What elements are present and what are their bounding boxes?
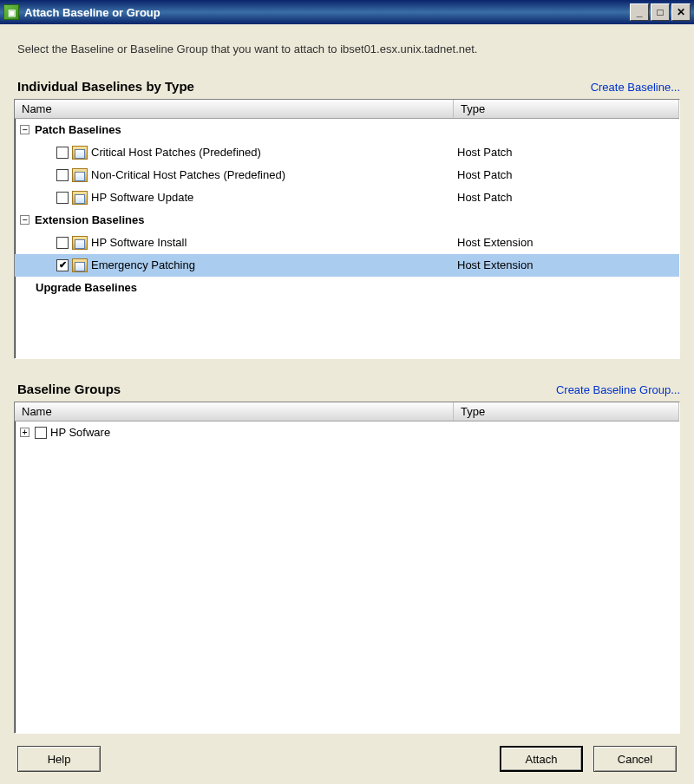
baseline-icon xyxy=(72,191,88,205)
title-bar[interactable]: ▣ Attach Baseline or Group _ □ ✕ xyxy=(0,0,694,24)
checkbox[interactable] xyxy=(35,427,47,439)
baseline-icon xyxy=(72,258,88,272)
button-bar: Help Attach Cancel xyxy=(14,746,680,772)
window-controls: _ □ ✕ xyxy=(630,3,691,21)
baseline-item-emergency[interactable]: ✔ Emergency Patching Host Extension xyxy=(15,254,679,277)
app-icon: ▣ xyxy=(3,4,19,20)
checkbox-checked[interactable]: ✔ xyxy=(56,259,69,271)
baseline-name: HP Software Update xyxy=(91,191,193,204)
baseline-item-hpupdate[interactable]: HP Software Update Host Patch xyxy=(15,186,679,209)
instruction-text: Select the Baseline or Baseline Group th… xyxy=(17,42,680,58)
baseline-type: Host Extension xyxy=(454,258,679,271)
create-group-link[interactable]: Create Baseline Group... xyxy=(556,383,680,396)
collapse-icon[interactable]: − xyxy=(20,125,29,134)
group-label: Upgrade Baselines xyxy=(36,281,137,294)
groups-column-header: Name Type xyxy=(15,402,679,421)
content-area: Select the Baseline or Baseline Group th… xyxy=(0,24,694,784)
baseline-name: HP Software Install xyxy=(91,236,187,249)
baselines-tree: Name Type − Patch Baselines Critical Hos… xyxy=(14,99,680,359)
baseline-item-noncritical[interactable]: Non-Critical Host Patches (Predefined) H… xyxy=(15,164,679,186)
attach-button[interactable]: Attach xyxy=(500,746,583,772)
group-extension-baselines[interactable]: − Extension Baselines xyxy=(15,209,679,232)
baseline-type: Host Patch xyxy=(454,168,679,181)
baseline-icon xyxy=(72,236,88,250)
minimize-button[interactable]: _ xyxy=(630,3,649,21)
baselines-title: Individual Baselines by Type xyxy=(17,79,194,94)
baseline-icon xyxy=(72,146,88,160)
col-name[interactable]: Name xyxy=(15,100,454,118)
baseline-item-critical[interactable]: Critical Host Patches (Predefined) Host … xyxy=(15,141,679,164)
col-type[interactable]: Type xyxy=(454,402,679,421)
baseline-name: Critical Host Patches (Predefined) xyxy=(91,146,261,159)
expand-icon[interactable]: + xyxy=(20,428,29,437)
baselines-header: Individual Baselines by Type Create Base… xyxy=(17,79,680,94)
create-baseline-link[interactable]: Create Baseline... xyxy=(591,81,680,94)
baseline-type: Host Patch xyxy=(454,191,679,204)
col-name[interactable]: Name xyxy=(15,402,454,421)
baseline-icon xyxy=(72,168,88,182)
groups-tree: Name Type + HP Sofware xyxy=(14,402,680,734)
col-type[interactable]: Type xyxy=(454,100,679,118)
baselines-column-header: Name Type xyxy=(15,100,679,119)
checkbox[interactable] xyxy=(56,237,69,249)
checkbox[interactable] xyxy=(56,169,69,181)
checkbox[interactable] xyxy=(56,192,69,204)
baseline-type: Host Extension xyxy=(454,236,679,249)
baselines-tree-body[interactable]: − Patch Baselines Critical Host Patches … xyxy=(15,119,679,299)
close-button[interactable]: ✕ xyxy=(671,3,691,21)
group-label: Patch Baselines xyxy=(35,123,121,136)
baseline-name: Emergency Patching xyxy=(91,258,195,271)
cancel-button[interactable]: Cancel xyxy=(593,746,677,772)
baseline-name: Non-Critical Host Patches (Predefined) xyxy=(91,168,285,181)
window-title: Attach Baseline or Group xyxy=(24,6,630,19)
group-label: Extension Baselines xyxy=(35,213,144,226)
group-upgrade-baselines[interactable]: Upgrade Baselines xyxy=(15,277,679,299)
group-name: HP Sofware xyxy=(50,426,110,439)
maximize-button[interactable]: □ xyxy=(651,3,670,21)
help-button[interactable]: Help xyxy=(17,746,101,772)
collapse-icon[interactable]: − xyxy=(20,215,29,225)
baseline-type: Host Patch xyxy=(454,146,679,159)
group-patch-baselines[interactable]: − Patch Baselines xyxy=(15,119,679,141)
group-item-hpsoftware[interactable]: + HP Sofware xyxy=(15,421,679,444)
groups-header: Baseline Groups Create Baseline Group... xyxy=(17,382,680,396)
groups-title: Baseline Groups xyxy=(17,382,121,396)
checkbox[interactable] xyxy=(56,147,69,159)
groups-tree-body[interactable]: + HP Sofware xyxy=(15,421,679,444)
baseline-item-hpinstall[interactable]: HP Software Install Host Extension xyxy=(15,232,679,254)
